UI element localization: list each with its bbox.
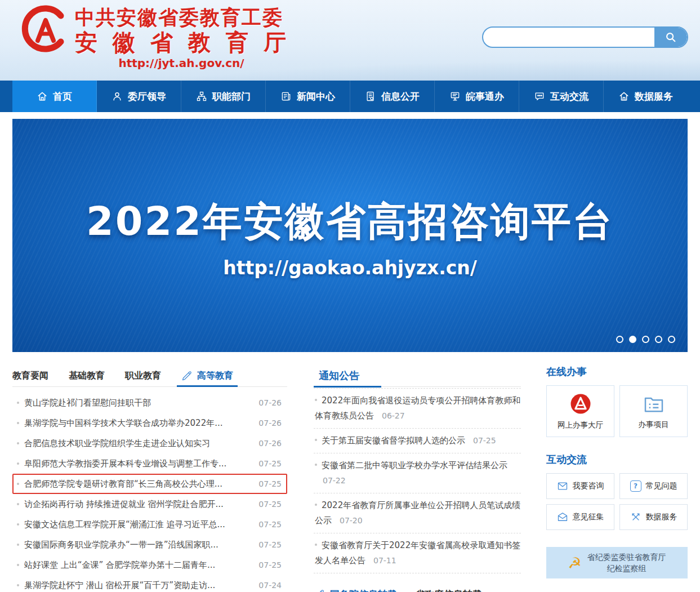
notice-item[interactable]: 安徽省教育厅关于2022年安徽省属高校录取通知书签发人名单公告07-11 xyxy=(314,533,521,573)
site-header: 中共安徽省委教育工委 安徽省教育厅 http://jyt.ah.gov.cn/ xyxy=(0,0,700,81)
news-item[interactable]: 访企拓岗再行动 持续推进促就业 宿州学院赴合肥开...07-25 xyxy=(12,494,287,514)
news-item-date: 07-25 xyxy=(258,479,282,488)
news-item-title: 巢湖学院与中国科学技术大学联合成功举办2022年... xyxy=(24,418,253,429)
nav-item-label: 皖事通办 xyxy=(466,90,504,103)
news-item-date: 07-24 xyxy=(258,581,282,590)
notice-item[interactable]: 2022年省教育厅所属事业单位公开招聘人员笔试成绩公示07-20 xyxy=(314,493,521,533)
notice-item[interactable]: 2022年面向我省退役运动员专项公开招聘体育教师和体育教练员公告06-27 xyxy=(314,388,521,429)
notice-item-title: 安徽省第二批中等职业学校办学水平评估结果公示 xyxy=(322,460,507,470)
service-card-online-service-hall[interactable]: 网上办事大厅 xyxy=(546,385,614,437)
nav-item-news-center[interactable]: 新闻中心 xyxy=(266,81,350,112)
sidebar: 在线办事 网上办事大厅办事项目 互动交流 我要咨询?常见问题意见征集数据服务 ☭… xyxy=(546,365,688,578)
site-title-block: 中共安徽省委教育工委 安徽省教育厅 http://jyt.ah.gov.cn/ xyxy=(75,6,288,70)
notice-item[interactable]: 关于第五届安徽省督学拟聘人选的公示07-25 xyxy=(314,429,521,453)
nav-item-interaction[interactable]: 互动交流 xyxy=(519,81,604,112)
envelope-icon xyxy=(557,480,568,492)
news-list: 黄山学院赴祁门看望慰问挂职干部07-26巢湖学院与中国科学技术大学联合成功举办2… xyxy=(12,393,287,592)
notice-item-date: 07-20 xyxy=(340,516,363,525)
news-item-title: 安徽文达信息工程学院开展“潮涌江淮 追寻习近平总... xyxy=(24,519,253,530)
interaction-button-consult[interactable]: 我要咨询 xyxy=(546,473,614,499)
nav-item-label: 首页 xyxy=(53,90,72,103)
bullet-icon xyxy=(315,544,317,546)
news-item[interactable]: 安徽文达信息工程学院开展“潮涌江淮 追寻习近平总...07-25 xyxy=(12,514,287,535)
tab-label: 省政府信息转载 xyxy=(415,588,482,592)
carousel-dot-5[interactable] xyxy=(668,336,675,343)
banner-url: http://gaokao.ahjyzx.cn/ xyxy=(12,257,688,279)
search-button[interactable] xyxy=(654,28,687,47)
site-search xyxy=(482,26,688,48)
notice-item[interactable]: 安徽省第二批中等职业学校办学水平评估结果公示07-22 xyxy=(314,453,521,493)
nav-item-label: 新闻中心 xyxy=(297,90,335,103)
tab-label: 高等教育 xyxy=(197,370,233,382)
carousel-dot-3[interactable] xyxy=(642,336,649,343)
search-icon xyxy=(665,31,677,43)
news-item-date: 07-25 xyxy=(258,560,282,569)
news-item-date: 07-25 xyxy=(258,500,282,509)
inspection-text: 省纪委监委驻省教育厅 纪检监察组 xyxy=(587,551,666,574)
inspection-banner[interactable]: ☭ 省纪委监委驻省教育厅 纪检监察组 xyxy=(546,547,688,578)
home-icon xyxy=(37,91,48,102)
bullet-icon xyxy=(17,523,19,526)
tab-state-council[interactable]: 国务院信息转载 xyxy=(314,582,397,592)
tab-education-news[interactable]: 教育要闻 xyxy=(12,365,48,386)
news-item[interactable]: 安徽国际商务职业学院承办“一带一路”沿线国家职...07-25 xyxy=(12,535,287,555)
nav-item-label: 信息公开 xyxy=(381,90,420,103)
org-title-line1: 中共安徽省委教育工委 xyxy=(75,6,288,29)
news-tabs: 教育要闻基础教育职业教育高等教育 xyxy=(12,365,287,387)
inspection-line1: 省纪委监委驻省教育厅 xyxy=(587,551,666,563)
folder-list-icon xyxy=(643,393,665,415)
notice-item-date: 07-22 xyxy=(323,476,346,485)
nav-item-info-disclosure[interactable]: 信息公开 xyxy=(350,81,435,112)
news-icon xyxy=(280,91,292,102)
service-card-label: 办事项目 xyxy=(639,420,669,430)
interaction-button-label: 常见问题 xyxy=(646,481,677,491)
house-icon xyxy=(618,91,630,102)
bullet-icon xyxy=(315,504,317,506)
nav-item-wanshi-tongban[interactable]: 皖事通办 xyxy=(435,81,519,112)
news-item[interactable]: 巢湖学院赴怀宁 潜山 宿松开展“百千万”资助走访...07-24 xyxy=(12,575,287,592)
nav-item-leaders[interactable]: 委厅领导 xyxy=(97,81,181,112)
notice-item-date: 07-25 xyxy=(473,436,496,445)
interaction-button-label: 意见征集 xyxy=(573,512,604,522)
tab-label: 国务院信息转载 xyxy=(330,588,397,592)
interaction-button-data-service[interactable]: 数据服务 xyxy=(619,504,688,530)
search-input[interactable] xyxy=(483,28,654,47)
monitor-icon xyxy=(449,91,461,102)
nav-item-label: 委厅领导 xyxy=(128,90,166,103)
bullet-icon xyxy=(17,564,19,566)
news-item[interactable]: 阜阳师范大学教指委开展本科专业增设与调整工作专...07-25 xyxy=(12,453,287,474)
news-item[interactable]: 黄山学院赴祁门看望慰问挂职干部07-26 xyxy=(12,393,287,413)
tab-label: 职业教育 xyxy=(125,370,161,382)
news-item[interactable]: 巢湖学院与中国科学技术大学联合成功举办2022年...07-26 xyxy=(12,413,287,433)
bullet-icon xyxy=(17,422,19,424)
interaction-button-label: 我要咨询 xyxy=(573,481,604,491)
carousel-dot-4[interactable] xyxy=(655,336,662,343)
news-item[interactable]: 合肥信息技术职业学院组织学生走进企业认知实习07-26 xyxy=(12,433,287,453)
party-emblem-icon: ☭ xyxy=(568,555,581,571)
chat-icon xyxy=(534,91,545,102)
carousel-dot-1[interactable] xyxy=(616,336,623,343)
tab-vocational-education[interactable]: 职业教育 xyxy=(125,365,161,386)
news-item-date: 07-26 xyxy=(258,419,282,428)
nav-item-label: 互动交流 xyxy=(550,90,588,103)
carousel-dot-2[interactable] xyxy=(629,336,636,343)
service-card-label: 网上办事大厅 xyxy=(558,420,603,430)
news-item[interactable]: 站好课堂 上出“金课” 合肥学院举办第十二届青年...07-25 xyxy=(12,555,287,575)
page: 中共安徽省委教育工委 安徽省教育厅 http://jyt.ah.gov.cn/ … xyxy=(0,0,700,592)
tab-higher-education[interactable]: 高等教育 xyxy=(181,365,233,386)
service-card-service-items[interactable]: 办事项目 xyxy=(619,385,688,437)
tab-label: 基础教育 xyxy=(69,370,105,382)
tab-provincial-gov[interactable]: 省政府信息转载 xyxy=(415,582,482,592)
tab-basic-education[interactable]: 基础教育 xyxy=(69,365,105,386)
hero-banner[interactable]: 2022年安徽省高招咨询平台 http://gaokao.ahjyzx.cn/ xyxy=(12,119,688,352)
interaction-button-faq[interactable]: ?常见问题 xyxy=(619,473,688,499)
news-item-title: 合肥信息技术职业学院组织学生走进企业认知实习 xyxy=(24,438,253,449)
news-item-highlighted[interactable]: 合肥师范学院专题研讨教育部“长三角高校公共心理...07-25 xyxy=(12,474,287,494)
nav-item-home[interactable]: 首页 xyxy=(12,81,97,112)
interaction-button-opinion-collect[interactable]: 意见征集 xyxy=(546,504,614,530)
news-item-title: 访企拓岗再行动 持续推进促就业 宿州学院赴合肥开... xyxy=(24,499,253,510)
notice-list: 2022年面向我省退役运动员专项公开招聘体育教师和体育教练员公告06-27关于第… xyxy=(314,388,521,573)
nav-item-data-service[interactable]: 数据服务 xyxy=(604,81,688,112)
interaction-buttons: 我要咨询?常见问题意见征集数据服务 xyxy=(546,473,688,530)
nav-item-departments[interactable]: 职能部门 xyxy=(181,81,266,112)
